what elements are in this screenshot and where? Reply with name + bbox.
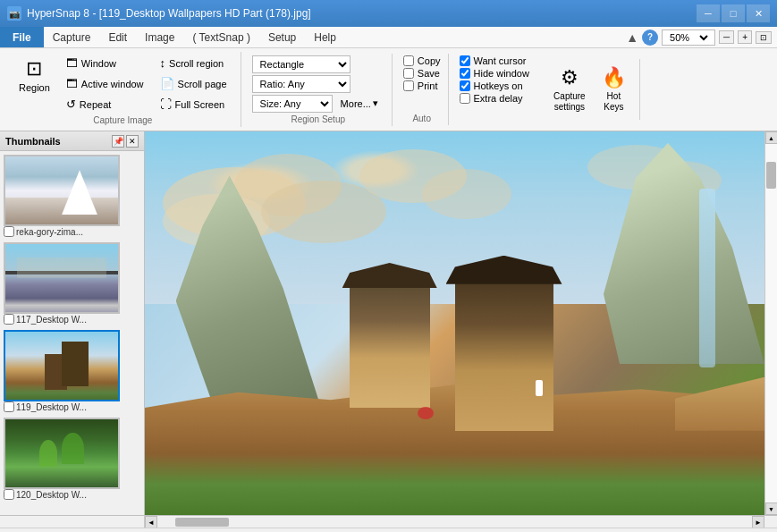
thumb-item-3: 119_Desktop W... bbox=[4, 330, 140, 412]
thumbnails-title: Thumbnails bbox=[5, 136, 61, 147]
thumbnails-header: Thumbnails 📌 ✕ bbox=[0, 131, 144, 151]
building-1 bbox=[350, 283, 430, 408]
scroll-region-button[interactable]: ↕ Scroll region bbox=[154, 54, 233, 72]
waterfall bbox=[699, 189, 715, 367]
thumb-checkbox-2[interactable] bbox=[4, 314, 14, 325]
save-checkbox[interactable] bbox=[403, 68, 414, 79]
minimize-button[interactable]: ─ bbox=[697, 4, 720, 22]
thumb-text-2: 117_Desktop W... bbox=[16, 315, 87, 325]
thumbnails-header-buttons: 📌 ✕ bbox=[112, 135, 139, 148]
help-button[interactable]: ? bbox=[642, 30, 658, 46]
main-area: Thumbnails 📌 ✕ reka-gory-zima... bbox=[0, 131, 777, 515]
ratio-dropdown[interactable]: Ratio: Any 1:1 4:3 16:9 bbox=[252, 75, 350, 93]
thumb-image-4[interactable] bbox=[4, 418, 120, 489]
full-screen-icon: ⛶ bbox=[160, 97, 172, 111]
zoom-out-btn[interactable]: ─ bbox=[719, 30, 734, 44]
hot-keys-button[interactable]: 🔥 HotKeys bbox=[595, 63, 632, 116]
menu-capture[interactable]: Capture bbox=[44, 27, 100, 47]
want-cursor-checkbox[interactable] bbox=[460, 55, 470, 66]
image-area[interactable] bbox=[145, 131, 764, 515]
title-bar-controls: ─ □ ✕ bbox=[697, 4, 770, 22]
ribbon-capture-buttons: ⊡ Region 🗔 Window 🗔 Active window ↺ Repe… bbox=[13, 54, 233, 114]
scroll-track-h[interactable] bbox=[157, 516, 752, 528]
scroll-thumb-h[interactable] bbox=[175, 518, 229, 527]
scroll-region-label: Scroll region bbox=[169, 58, 224, 69]
thumb-image-3[interactable] bbox=[4, 330, 120, 401]
zoom-fit-btn[interactable]: ⊡ bbox=[756, 31, 772, 44]
full-screen-button[interactable]: ⛶ Full Screen bbox=[154, 95, 233, 114]
scroll-left-button[interactable]: ◄ bbox=[145, 516, 157, 528]
thumbnails-pin-button[interactable]: 📌 bbox=[112, 135, 124, 148]
size-dropdown[interactable]: Size: Any 640x480 800x600 1920x1080 bbox=[252, 95, 333, 113]
menu-file[interactable]: File bbox=[0, 27, 44, 47]
menu-edit[interactable]: Edit bbox=[99, 27, 136, 47]
help-icon[interactable]: ▲ bbox=[626, 30, 638, 45]
scroll-right-button[interactable]: ► bbox=[752, 516, 764, 528]
shape-dropdown[interactable]: Rectangle Ellipse Freehand bbox=[252, 55, 350, 73]
scroll-corner-right bbox=[764, 516, 777, 528]
hide-window-checkbox-label[interactable]: Hide window bbox=[460, 68, 529, 79]
region-button[interactable]: ⊡ Region bbox=[13, 54, 56, 97]
menu-textsnap[interactable]: ( TextSnap ) bbox=[183, 27, 258, 47]
extra-delay-checkbox-label[interactable]: Extra delay bbox=[460, 93, 529, 104]
thumb-image-1[interactable] bbox=[4, 155, 120, 226]
want-cursor-label: Want cursor bbox=[474, 55, 527, 66]
hide-window-checkbox[interactable] bbox=[460, 68, 470, 79]
copy-checkbox[interactable] bbox=[403, 55, 414, 66]
window-label: Window bbox=[81, 58, 116, 69]
cloud-2 bbox=[331, 150, 420, 190]
thumb-checkbox-4[interactable] bbox=[4, 489, 14, 500]
menu-setup[interactable]: Setup bbox=[259, 27, 305, 47]
thumb-label-4: 120_Desktop W... bbox=[4, 489, 140, 500]
capture-settings-button[interactable]: ⚙ Capturesettings bbox=[547, 63, 592, 116]
thumb-checkbox-3[interactable] bbox=[4, 401, 14, 412]
scroll-up-button[interactable]: ▲ bbox=[765, 131, 778, 144]
hot-keys-icon: 🔥 bbox=[602, 66, 626, 89]
ribbon-small-btns-col: 🗔 Window 🗔 Active window ↺ Repeat bbox=[60, 54, 150, 114]
want-cursor-checkbox-label[interactable]: Want cursor bbox=[460, 55, 529, 66]
capture-image-group-label: Capture Image bbox=[93, 115, 152, 125]
capture-action-buttons: ⚙ Capturesettings 🔥 HotKeys bbox=[547, 63, 632, 116]
save-checkbox-label[interactable]: Save bbox=[403, 68, 441, 79]
region-icon: ⊡ bbox=[26, 57, 42, 80]
vertical-scrollbar: ▲ ▼ bbox=[764, 131, 777, 515]
scroll-down-button[interactable]: ▼ bbox=[765, 502, 778, 515]
thumb-checkbox-1[interactable] bbox=[4, 226, 14, 237]
print-checkbox[interactable] bbox=[403, 80, 414, 91]
scroll-corner-left bbox=[0, 516, 145, 528]
hotkeys-on-checkbox-label[interactable]: Hotkeys on bbox=[460, 80, 529, 91]
zoom-select[interactable]: 50% 25% 75% 100% bbox=[666, 31, 711, 44]
more-button[interactable]: More... ▾ bbox=[334, 95, 384, 112]
extra-delay-checkbox[interactable] bbox=[460, 93, 470, 104]
thumb-item-1: reka-gory-zima... bbox=[4, 155, 140, 237]
auto-group-label: Auto bbox=[412, 114, 431, 123]
repeat-button[interactable]: ↺ Repeat bbox=[60, 95, 150, 114]
thumbnails-close-button[interactable]: ✕ bbox=[126, 135, 139, 148]
more-chevron-icon: ▾ bbox=[373, 97, 378, 109]
zoom-in-btn[interactable]: + bbox=[738, 30, 752, 44]
ribbon-scroll-btns-col: ↕ Scroll region 📄 Scroll page ⛶ Full Scr… bbox=[154, 54, 233, 114]
copy-checkbox-label[interactable]: Copy bbox=[403, 55, 441, 66]
print-checkbox-label[interactable]: Print bbox=[403, 80, 441, 91]
menu-image[interactable]: Image bbox=[136, 27, 183, 47]
scroll-track-v[interactable] bbox=[765, 144, 777, 502]
hotkeys-on-label: Hotkeys on bbox=[474, 80, 523, 91]
window-title: HyperSnap 8 - [119_Desktop Wallpapers HD… bbox=[27, 7, 311, 20]
menu-help[interactable]: Help bbox=[305, 27, 345, 47]
active-window-button[interactable]: 🗔 Active window bbox=[60, 74, 150, 93]
options-checkboxes: Want cursor Hide window Hotkeys on Extra… bbox=[460, 55, 529, 104]
scroll-page-button[interactable]: 📄 Scroll page bbox=[154, 74, 233, 93]
scroll-thumb-v[interactable] bbox=[766, 162, 776, 189]
ribbon-group-capture: ⊡ Region 🗔 Window 🗔 Active window ↺ Repe… bbox=[5, 52, 241, 127]
ribbon-group-options: Want cursor Hide window Hotkeys on Extra… bbox=[452, 54, 536, 125]
capture-settings-group: ⚙ Capturesettings 🔥 HotKeys bbox=[540, 59, 640, 120]
capture-settings-label: Capturesettings bbox=[553, 91, 586, 113]
red-decoration bbox=[418, 407, 434, 419]
window-button[interactable]: 🗔 Window bbox=[60, 54, 150, 72]
status-bar: Img Size: x:1920 y:1080 bbox=[0, 528, 777, 532]
close-button[interactable]: ✕ bbox=[747, 4, 770, 22]
thumb-image-2[interactable] bbox=[4, 242, 120, 314]
bridge-right bbox=[675, 377, 764, 431]
maximize-button[interactable]: □ bbox=[722, 4, 745, 22]
hotkeys-on-checkbox[interactable] bbox=[460, 80, 470, 91]
